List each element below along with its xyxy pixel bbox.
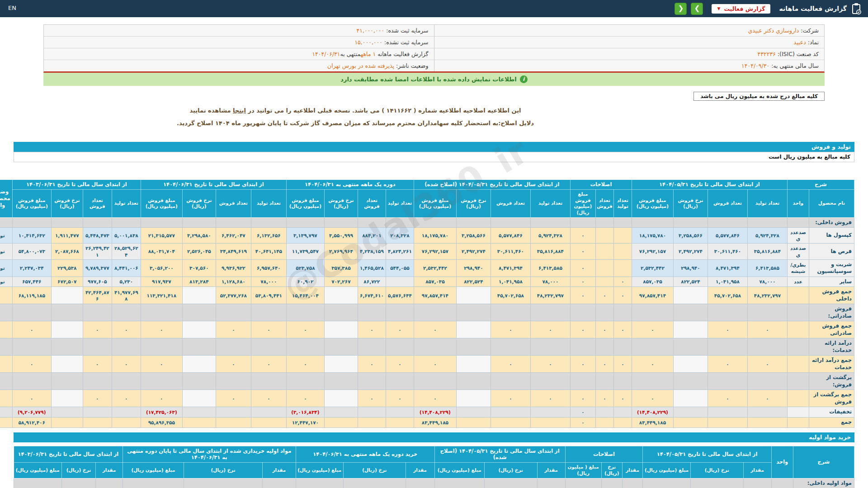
data-cell: ۰ [414, 356, 456, 373]
data-cell [491, 417, 530, 427]
data-cell [787, 373, 809, 390]
data-cell [324, 356, 358, 373]
data-cell: ۲,۴۹۲,۲۷۴ [673, 244, 708, 259]
column-header: تعداد فروش [216, 189, 251, 217]
data-cell: ۰ [613, 321, 632, 338]
company-info-column: شرکت: داروسازي دکتر عبيدينماد: دعبيدکد ص… [434, 25, 825, 71]
data-cell [613, 407, 632, 418]
data-cell [286, 217, 324, 228]
data-cell [673, 217, 708, 228]
data-cell: صدعددي [787, 244, 809, 259]
section-row: مواد اولیه داخلی: [14, 478, 854, 488]
data-cell [51, 304, 83, 321]
report-type-dropdown[interactable]: گزارش فعالیت ▼ [712, 4, 770, 14]
data-cell [708, 407, 747, 418]
column-header: تعداد تولید [386, 189, 414, 217]
total-row: جمع برگشت از فروش۰۰۰۰۰۰۰۰۰۰۰۰۰۰۰۰۰۰ [0, 390, 854, 407]
data-cell: ۰ [414, 390, 456, 407]
data-cell: ۵۳,۸۰۹,۴۴۱ [251, 287, 286, 304]
data-cell: ۰ [570, 356, 595, 373]
data-cell: ۱۰,۴۱۴,۶۳۲ [12, 228, 51, 244]
data-cell: ۶۸,۱۱۹,۱۸۵ [12, 287, 51, 304]
data-cell: ۶,۴۱۳,۵۸۵ [747, 259, 787, 277]
data-cell [251, 304, 286, 321]
row-label-cell: شربت و سوسپانسیون [809, 259, 854, 277]
data-cell: ۵۴,۸۰۰,۰۷۳ [12, 244, 51, 259]
data-cell [182, 304, 216, 321]
data-cell [0, 417, 12, 427]
data-cell: ۷۸,۰۰۰ [530, 277, 570, 287]
data-cell [182, 407, 216, 418]
data-cell [673, 321, 708, 338]
data-cell [251, 338, 286, 356]
data-cell [743, 478, 771, 488]
info-value: پذیرفته شده در بورس تهران [327, 62, 394, 69]
data-cell [51, 321, 83, 338]
data-cell: ۳۵,۸۱۶,۸۸۴ [747, 244, 787, 259]
row-label-cell: جمع برگشت از فروش [809, 390, 854, 407]
info-row: سرمایه ثبت نشده: ۱۵,۰۰۰,۰۰۰ [44, 37, 434, 48]
data-cell: ۳۰,۶۱۱,۴۶۰ [708, 244, 747, 259]
next-report-button[interactable]: ❯ [691, 3, 703, 15]
data-cell: ۵,۹۲۴,۳۲۸ [530, 228, 570, 244]
data-cell: ۰ [613, 356, 632, 373]
data-cell [456, 304, 491, 321]
data-cell [51, 217, 83, 228]
total-row: جمع درآمد ارائه خدمات۰۰۰۰۰۰۰۰۰۰۰۰۰۰۰۰۰۰ [0, 356, 854, 373]
info-value: داروسازي دکتر عبيدي [748, 27, 799, 34]
data-cell: ۸,۴۷۱,۳۹۴ [708, 259, 747, 277]
info-value: ۴۱,۰۰۰,۰۰۰ [357, 27, 385, 34]
data-cell [747, 217, 787, 228]
data-cell [216, 417, 251, 427]
data-cell [643, 478, 690, 488]
data-cell [491, 217, 530, 228]
data-cell [182, 417, 216, 427]
data-cell [112, 417, 141, 427]
data-cell [358, 217, 386, 228]
data-cell: ۰ [251, 321, 286, 338]
data-cell: ۰ [747, 321, 787, 338]
data-cell: ۷۰۲,۲۶۷ [324, 277, 358, 287]
data-cell: ۰ [530, 321, 570, 338]
row-label-cell: جمع فروش داخلی [809, 287, 854, 304]
info-value: ۱۴۰۴/۰۶/۳۱ [312, 51, 340, 57]
data-cell [570, 217, 595, 228]
data-cell: ۰ [595, 390, 613, 407]
data-cell: ۲۹۸,۹۴۰ [673, 259, 708, 277]
row-label-cell: تخفیفات [809, 407, 854, 418]
column-group-header: خرید دوره یک ماهه منتهی به ۱۴۰۴/۰۶/۳۱ [296, 446, 434, 463]
data-cell [182, 217, 216, 228]
info-row: گزارش فعالیت ماهانه ۱ ماههمنتهی به۱۴۰۴/۰… [44, 48, 434, 60]
row-label-cell: کپسول ها [809, 228, 854, 244]
data-cell [358, 373, 386, 390]
chevron-down-icon: ▼ [717, 6, 720, 11]
data-cell [83, 304, 112, 321]
data-cell [51, 356, 83, 373]
data-cell [141, 338, 182, 356]
data-cell [324, 407, 358, 418]
data-cell: ۳,۲۵۸,۵۶۶ [673, 228, 708, 244]
data-cell: صدعددي [787, 228, 809, 244]
data-cell: (۱۴,۴۰۸,۲۲۹) [414, 407, 456, 418]
data-cell [386, 217, 414, 228]
data-cell: ۱۸,۱۷۵,۷۸۰ [414, 228, 456, 244]
data-cell: ۰ [491, 356, 530, 373]
column-header: مبلغ (میلیون ریال) [14, 463, 62, 478]
previous-report-button[interactable]: ❮ [675, 3, 687, 15]
column-header: مبلغ (میلیون ریال) [123, 463, 184, 478]
row-label-cell: سایر [809, 277, 854, 287]
row-label-cell: فروش صادراتی: [809, 304, 854, 321]
data-cell: ۲۲۹,۵۳۸ [51, 259, 83, 277]
previous-version-link[interactable]: اینجا [233, 107, 246, 114]
data-cell [83, 217, 112, 228]
amounts-unit-note: کلیه مبالغ درج شده به میلیون ریال می باش… [693, 92, 825, 101]
data-cell: ۶,۶۷۴,۶۱۰ [358, 287, 386, 304]
data-cell [708, 373, 747, 390]
data-cell: ۹۷,۸۵۷,۴۱۴ [414, 287, 456, 304]
data-cell [530, 338, 570, 356]
language-switch-link[interactable]: EN [8, 5, 16, 11]
data-cell [622, 478, 643, 488]
data-cell: ۵۲,۳۷۷,۲۶۸ [216, 287, 251, 304]
data-cell [456, 287, 491, 304]
data-cell: (۹,۲۰۶,۷۷۹) [12, 407, 51, 418]
